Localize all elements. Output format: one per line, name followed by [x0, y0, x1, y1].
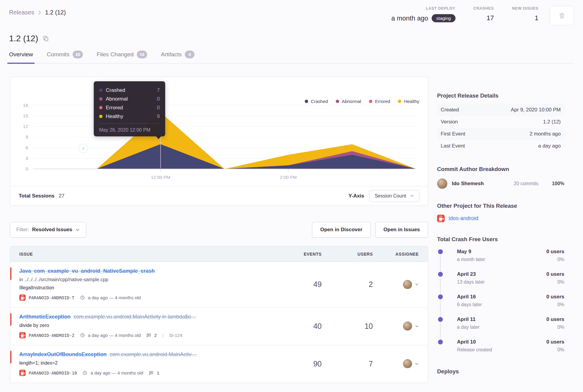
- svg-text:18: 18: [23, 103, 28, 108]
- issues-table-header: ISSUE EVENTS USERS ASSIGNEE: [10, 246, 428, 262]
- metric-last-deploy: LAST DEPLOY a month ago staging: [391, 6, 455, 22]
- issue-culprit: in ../../../../src/main/cpp/native-sampl…: [19, 277, 276, 282]
- users-count: 2: [322, 280, 373, 289]
- errored-legend-dot: [369, 100, 372, 103]
- comment-icon: [149, 370, 154, 375]
- copy-icon: [43, 35, 49, 42]
- issue-title-link[interactable]: ArithmeticException: [19, 314, 71, 320]
- svg-text:12:00 PM: 12:00 PM: [151, 175, 170, 180]
- legend-item-abnormal[interactable]: Abnormal: [336, 99, 361, 104]
- files-changed-count-badge: 14: [137, 51, 147, 58]
- timeline-dot: [438, 294, 443, 299]
- new-issues-value: 1: [535, 14, 538, 22]
- author-commit-count: 20 commits: [514, 181, 538, 186]
- breadcrumb-chevron-icon: [36, 10, 43, 16]
- breadcrumb-current: 1.2 (12): [45, 9, 66, 16]
- issues-filter-dropdown[interactable]: Filter: Resolved Issues: [10, 222, 86, 238]
- assignee-dropdown[interactable]: [373, 322, 419, 331]
- errored-dot: [99, 106, 102, 109]
- issue-message: IllegalInstruction: [19, 285, 276, 291]
- legend-item-healthy[interactable]: Healthy: [398, 99, 419, 104]
- issue-title-link[interactable]: Java_com_example_vu_android_NativeSample…: [19, 268, 155, 274]
- commit-author-breakdown-section: Commit Author Breakdown Ido Shemesh 20 c…: [437, 166, 564, 189]
- other-project-section: Other Project for This Release idos-andr…: [437, 203, 564, 222]
- crash-free-timeline: May 9 0 users a month later 0% April 23 …: [437, 249, 564, 354]
- tab-overview[interactable]: Overview: [9, 51, 33, 63]
- clock-icon: [80, 333, 85, 338]
- column-events: EVENTS: [276, 252, 322, 257]
- delete-release-button[interactable]: [550, 6, 574, 25]
- detail-row-first-event: First Event 2 months ago: [437, 128, 564, 140]
- legend-item-errored[interactable]: Errored: [369, 99, 390, 104]
- copy-version-button[interactable]: [43, 35, 49, 42]
- users-count: 10: [322, 322, 373, 331]
- assignee-dropdown[interactable]: [373, 359, 419, 368]
- timeline-entry: April 11 0 users a day later 0%: [437, 316, 564, 339]
- chevron-down-icon: [415, 282, 419, 286]
- column-issue: ISSUE: [19, 252, 276, 257]
- issue-age: a day ago — 4 months old: [90, 370, 143, 375]
- new-issues-label: NEW ISSUES: [512, 6, 538, 11]
- crashes-value: 17: [487, 14, 494, 22]
- open-in-discover-button[interactable]: Open in Discover: [312, 222, 370, 238]
- y-axis-select[interactable]: Session Count: [370, 190, 419, 202]
- tab-commits[interactable]: Commits 20: [47, 51, 83, 63]
- timeline-entry: May 9 0 users a month later 0%: [437, 249, 564, 271]
- timeline-dot: [438, 340, 443, 344]
- meta-divider: |: [162, 332, 163, 338]
- legend-item-crashed[interactable]: Crashed: [305, 99, 328, 104]
- svg-text:9: 9: [26, 134, 28, 139]
- breadcrumb-releases-link[interactable]: Releases: [9, 9, 34, 16]
- issue-cell: Java_com_example_vu_android_NativeSample…: [19, 268, 276, 301]
- timeline-entry: April 23 0 users 13 days later 0%: [437, 271, 564, 294]
- timeline-entry: April 16 0 users 6 days later 0%: [437, 294, 564, 316]
- detail-row-version: Version 1.2 (12): [437, 116, 564, 128]
- comment-icon: [146, 333, 151, 338]
- assignee-avatar: [403, 359, 412, 368]
- tab-artifacts[interactable]: Artifacts 0: [161, 51, 195, 63]
- open-in-issues-button[interactable]: Open in Issues: [375, 222, 428, 238]
- tab-files-changed[interactable]: Files Changed 14: [97, 51, 147, 63]
- issue-cell: ArrayIndexOutOfBoundsExceptioncom.exampl…: [19, 351, 276, 376]
- comment-count: 1: [157, 370, 159, 375]
- sessions-stacked-area-chart[interactable]: 036912151812:00 PM2:00 PM: [10, 95, 420, 185]
- crashes-label: CRASHES: [474, 6, 494, 11]
- java-project-icon: [19, 370, 26, 376]
- healthy-dot: [99, 115, 102, 118]
- assignee-dropdown[interactable]: [373, 280, 419, 289]
- other-project-link[interactable]: idos-android: [437, 215, 564, 222]
- section-heading: Project Release Details: [437, 92, 564, 99]
- chart-footer: Total Sessions 27 Y-Axis Session Count: [10, 186, 428, 205]
- y-axis-label: Y-Axis: [348, 193, 364, 199]
- commits-count-badge: 20: [73, 51, 83, 58]
- svg-text:0: 0: [26, 166, 28, 171]
- issue-short-id: SI-124: [169, 333, 182, 338]
- chevron-down-icon: [410, 194, 414, 198]
- svg-text:2:00 PM: 2:00 PM: [280, 175, 297, 180]
- tooltip-row-crashed: Crashed 7: [99, 86, 160, 95]
- abnormal-dot: [99, 97, 102, 101]
- detail-row-last-event: Last Event a day ago: [437, 140, 564, 152]
- column-assignee: ASSIGNEE: [373, 252, 419, 257]
- crashed-legend-dot: [305, 100, 308, 103]
- page-title: 1.2 (12): [9, 34, 38, 43]
- detail-row-created: Created Apr 9, 2020 10:00 PM: [437, 104, 564, 116]
- issue-culprit-inline: com.example.vu.android.MainActiv…: [110, 351, 197, 357]
- section-heading: Commit Author Breakdown: [437, 166, 564, 173]
- release-sidebar: Project Release Details Created Apr 9, 2…: [437, 77, 564, 380]
- events-count: 49: [276, 280, 322, 289]
- clock-icon: [82, 370, 87, 375]
- issue-message: divide by zero: [19, 323, 276, 328]
- issue-message: length=1; index=2: [19, 360, 276, 366]
- java-project-icon: [19, 332, 26, 338]
- issue-culprit-inline: com.example.vu.android.MainActivity in l…: [74, 314, 196, 320]
- deploys-heading: Deploys: [437, 368, 564, 375]
- clock-icon: [80, 295, 85, 300]
- sessions-chart-panel: Crashed Abnormal Errored Healthy 0369121…: [10, 77, 428, 206]
- issues-toolbar: Filter: Resolved Issues Open in Discover…: [10, 222, 428, 238]
- events-count: 90: [276, 359, 322, 368]
- issue-title-link[interactable]: ArrayIndexOutOfBoundsException: [19, 351, 107, 357]
- metric-new-issues: NEW ISSUES 1: [512, 6, 538, 22]
- java-project-icon: [19, 294, 26, 301]
- last-deploy-value: a month ago: [391, 14, 428, 22]
